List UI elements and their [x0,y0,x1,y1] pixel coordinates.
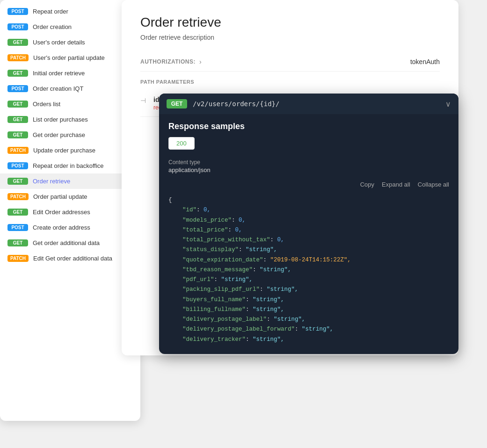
sidebar-item-label-edit-get-order-additional-data: Edit Get order additional data [33,255,112,262]
expand-all-button[interactable]: Expand all [382,181,410,188]
status-tabs: 200 [159,135,458,155]
code-line: { [168,195,449,205]
code-line: "total_price": 0, [168,225,449,235]
sidebar-item-label-order-partial-update: Order partial update [33,193,87,200]
method-badge-edit-get-order-additional-data: PATCH [7,255,29,262]
sidebar-item-get-order-purchase[interactable]: GETGet order purchase [0,127,140,143]
method-badge-repeat-order-backoffice: POST [7,162,28,169]
sidebar-item-label-get-order-additional-data: Get order additional data [33,239,100,246]
method-badge-get-order-purchase: GET [7,131,28,138]
code-line: "delivery_tracker": "string", [168,335,449,345]
status-tab-200[interactable]: 200 [168,137,195,150]
method-badge-users-order-details: GET [7,39,28,46]
code-line: "packing_slip_pdf_url": "string", [168,285,449,295]
sidebar-item-users-order-partial-update[interactable]: PATCHUser's order partial update [0,50,140,65]
sidebar-item-label-orders-list: Orders list [33,101,60,108]
sidebar-item-label-edit-order-addresses: Edit Order addresses [33,209,90,216]
method-badge-users-order-partial-update: PATCH [7,54,29,61]
code-line: "tbd_reason_message": "string", [168,265,449,275]
copy-button[interactable]: Copy [360,181,374,188]
auth-label: AUTHORIZATIONS: [140,58,196,65]
sidebar-item-order-retrieve[interactable]: GETOrder retrieve [0,173,140,189]
expand-icon[interactable]: ∨ [445,100,451,108]
collapse-all-button[interactable]: Collapse all [418,181,449,188]
main-container: POSTRepeat orderPOSTOrder creationGETUse… [0,0,487,448]
content-type-section: Content type application/json [159,155,458,179]
sidebar-item-label-order-retrieve: Order retrieve [33,178,70,185]
content-type-label: Content type [168,159,449,166]
method-badge-initial-order-retrieve: GET [7,70,28,77]
get-badge: GET [167,99,187,108]
sidebar: POSTRepeat orderPOSTOrder creationGETUse… [0,0,140,421]
method-badge-edit-order-addresses: GET [7,209,28,216]
sidebar-item-label-users-order-partial-update: User's order partial update [33,54,105,61]
sidebar-item-order-creation[interactable]: POSTOrder creation [0,19,140,35]
authorizations-row: AUTHORIZATIONS: › tokenAuth [140,52,440,72]
endpoint-path: /v2/users/orders/{id}/ [193,100,440,108]
auth-chevron-icon[interactable]: › [199,58,202,65]
page-description: Order retrieve description [140,34,440,41]
code-line: "quote_expiration_date": "2019-08-24T14:… [168,255,449,265]
response-samples-title: Response samples [159,114,458,135]
response-panel: GET /v2/users/orders/{id}/ ∨ Response sa… [159,94,458,354]
sidebar-item-create-order-address[interactable]: POSTCreate order address [0,220,140,235]
code-line: "delivery_postage_label_forward": "strin… [168,325,449,334]
method-badge-create-order-address: POST [7,224,28,231]
method-badge-repeat-order: POST [7,8,28,15]
code-line: "id": 0, [168,205,449,215]
response-header: GET /v2/users/orders/{id}/ ∨ [159,94,458,114]
code-block: { "id": 0, "models_price": 0, "total_pri… [159,190,458,354]
sidebar-item-label-users-order-details: User's order details [33,39,85,46]
page-title: Order retrieve [140,15,440,30]
code-line: "total_price_without_tax": 0, [168,235,449,245]
method-badge-order-retrieve: GET [7,178,28,185]
sidebar-item-get-order-additional-data[interactable]: GETGet order additional data [0,235,140,251]
method-badge-list-order-purchases: GET [7,116,28,123]
sidebar-item-label-list-order-purchases: List order purchases [33,116,88,123]
sidebar-item-orders-list[interactable]: GETOrders list [0,96,140,112]
sidebar-item-update-order-purchase[interactable]: PATCHUpdate order purchase [0,143,140,158]
code-line: "pdf_url": "string", [168,275,449,285]
method-badge-order-partial-update: PATCH [7,193,29,200]
copy-row: Copy Expand all Collapse all [159,179,458,190]
sidebar-item-label-order-creation: Order creation [33,23,72,30]
code-line: "status_display": "string", [168,245,449,255]
sidebar-item-label-repeat-order-backoffice: Repeat order in backoffice [33,162,104,169]
code-line: "models_price": 0, [168,216,449,225]
sidebar-item-users-order-details[interactable]: GETUser's order details [0,35,140,50]
method-badge-order-creation-iqt: POST [7,85,28,92]
path-params-label: PATH PARAMETERS [140,79,440,85]
content-type-value: application/json [168,166,449,173]
sidebar-item-label-update-order-purchase: Update order purchase [33,147,95,154]
code-line: "buyers_full_name": "string", [168,295,449,305]
sidebar-item-edit-order-addresses[interactable]: GETEdit Order addresses [0,204,140,220]
sidebar-item-label-order-creation-iqt: Order creation IQT [33,85,83,92]
sidebar-item-repeat-order-backoffice[interactable]: POSTRepeat order in backoffice [0,158,140,173]
code-line: "delivery_postage_label": "string", [168,315,449,325]
method-badge-order-creation: POST [7,23,28,30]
method-badge-update-order-purchase: PATCH [7,147,29,154]
sidebar-item-order-partial-update[interactable]: PATCHOrder partial update [0,189,140,204]
sidebar-item-label-initial-order-retrieve: Initial order retrieve [33,70,85,77]
code-line: "billing_fullname": "string", [168,305,449,315]
sidebar-item-list-order-purchases[interactable]: GETList order purchases [0,112,140,127]
auth-value: tokenAuth [410,58,440,65]
sidebar-item-label-create-order-address: Create order address [33,224,90,231]
param-arrow-icon: ⊣ [140,97,146,104]
sidebar-item-label-get-order-purchase: Get order purchase [33,131,85,138]
sidebar-item-label-repeat-order: Repeat order [33,8,68,15]
sidebar-item-repeat-order[interactable]: POSTRepeat order [0,4,140,19]
method-badge-get-order-additional-data: GET [7,239,28,246]
sidebar-item-edit-get-order-additional-data[interactable]: PATCHEdit Get order additional data [0,251,140,266]
method-badge-orders-list: GET [7,101,28,108]
sidebar-item-initial-order-retrieve[interactable]: GETInitial order retrieve [0,65,140,81]
sidebar-item-order-creation-iqt[interactable]: POSTOrder creation IQT [0,81,140,96]
